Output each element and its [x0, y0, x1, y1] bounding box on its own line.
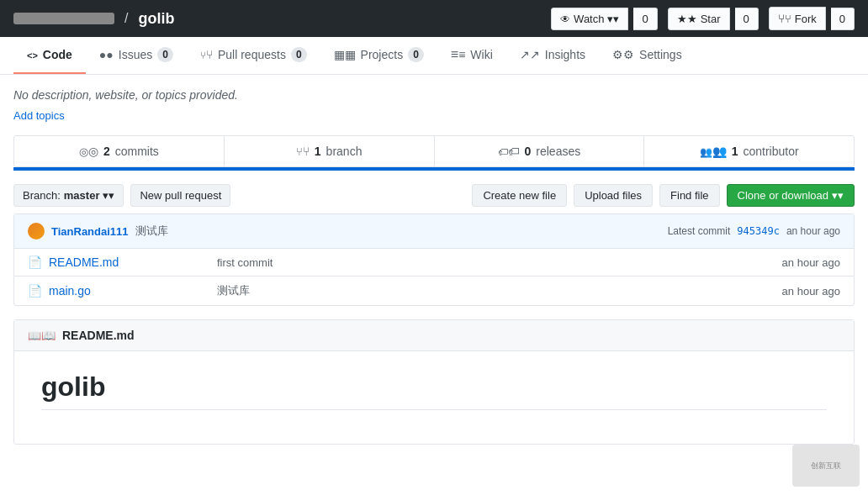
- tab-pr-label: Pull requests: [218, 48, 286, 61]
- tab-settings[interactable]: ⚙ Settings: [599, 37, 696, 74]
- file-time-maingo: an hour ago: [782, 285, 840, 298]
- progress-bar: [13, 167, 855, 171]
- commit-time: an hour ago: [786, 225, 840, 237]
- repo-owner-placeholder: [13, 13, 114, 24]
- add-topics-link[interactable]: Add topics: [13, 109, 65, 122]
- main-content: No description, website, or topics provi…: [0, 75, 868, 458]
- fork-label: Fork: [795, 13, 817, 25]
- toolbar-left: Branch: master ▾ New pull request: [13, 184, 230, 207]
- create-file-button[interactable]: Create new file: [472, 184, 567, 207]
- contributors-count: 1: [732, 145, 738, 158]
- tab-issues-label: Issues: [119, 48, 152, 61]
- maingo-link[interactable]: main.go: [49, 284, 91, 298]
- file-table: TianRandai111 测试库 Latest commit 945349c …: [13, 213, 855, 306]
- clone-chevron-icon: ▾: [832, 189, 844, 202]
- watermark: 创新互联: [792, 445, 860, 458]
- readme-content: golib: [14, 351, 854, 444]
- tab-settings-label: Settings: [639, 48, 682, 61]
- file-commit-maingo: 测试库: [217, 283, 782, 298]
- file-icon: 📄: [28, 255, 42, 269]
- file-commit-readme: first commit: [217, 256, 782, 269]
- tab-issues[interactable]: ● Issues 0: [86, 37, 187, 74]
- upload-files-button[interactable]: Upload files: [574, 184, 653, 207]
- commit-hash[interactable]: 945349c: [737, 225, 780, 237]
- contributors-stat[interactable]: 👥 1 contributor: [644, 136, 854, 166]
- file-icon: 📄: [28, 284, 42, 298]
- readme-section: 📖 README.md golib: [13, 319, 855, 445]
- commits-stat[interactable]: ◎ 2 commits: [14, 136, 225, 166]
- pr-count: 0: [291, 47, 307, 62]
- commits-count: 2: [103, 145, 110, 158]
- readme-link[interactable]: README.md: [49, 255, 119, 269]
- commit-message: 测试库: [135, 224, 168, 239]
- repo-title: / golib: [13, 10, 174, 28]
- star-button[interactable]: ★ Star: [668, 8, 730, 30]
- tab-projects-label: Projects: [361, 48, 404, 61]
- fork-button[interactable]: ⑂ Fork: [769, 7, 826, 30]
- wiki-icon: ≡: [451, 47, 466, 62]
- clone-download-button[interactable]: Clone or download ▾: [727, 184, 855, 207]
- projects-icon: ▦: [334, 48, 356, 61]
- file-name-maingo: main.go: [49, 284, 217, 298]
- latest-commit-label: Latest commit: [668, 225, 731, 237]
- contributors-label: contributor: [743, 145, 798, 158]
- releases-label: releases: [536, 145, 580, 158]
- branches-icon: ⑂: [296, 145, 310, 158]
- find-file-button[interactable]: Find file: [659, 184, 720, 207]
- branch-name: master: [64, 189, 100, 202]
- tab-code-label: Code: [43, 48, 72, 61]
- tab-wiki[interactable]: ≡ Wiki: [437, 37, 506, 74]
- fork-icon: ⑂: [778, 12, 791, 25]
- commit-header: TianRandai111 测试库 Latest commit 945349c …: [14, 214, 854, 249]
- toolbar-right: Create new file Upload files Find file C…: [472, 184, 855, 207]
- watch-button[interactable]: Watch ▾: [551, 8, 628, 30]
- repo-description: No description, website, or topics provi…: [13, 88, 855, 102]
- file-time-readme: an hour ago: [782, 256, 840, 269]
- tab-code[interactable]: Code: [13, 37, 86, 74]
- branch-selector[interactable]: Branch: master ▾: [13, 184, 124, 207]
- issues-count: 0: [157, 47, 173, 62]
- new-pullrequest-button[interactable]: New pull request: [130, 184, 230, 207]
- top-bar: / golib Watch ▾ 0 ★ Star 0 ⑂ Fork 0: [0, 0, 868, 37]
- releases-stat[interactable]: 🏷 0 releases: [435, 136, 645, 166]
- tab-projects[interactable]: ▦ Projects 0: [320, 37, 437, 74]
- repo-name[interactable]: golib: [138, 10, 174, 28]
- branches-count: 1: [315, 145, 321, 158]
- file-name-readme: README.md: [49, 255, 217, 269]
- releases-count: 0: [525, 145, 532, 158]
- file-toolbar: Branch: master ▾ New pull request Create…: [13, 184, 855, 207]
- watch-label: Watch: [574, 13, 604, 25]
- branches-label: branch: [326, 145, 363, 158]
- code-icon: [27, 48, 38, 61]
- tab-insights[interactable]: ↗ Insights: [506, 37, 599, 74]
- tab-insights-label: Insights: [545, 48, 585, 61]
- stats-bar: ◎ 2 commits ⑂ 1 branch 🏷 0 releases 👥 1 …: [13, 135, 855, 167]
- commits-label: commits: [115, 145, 159, 158]
- table-row: 📄 main.go 测试库 an hour ago: [14, 276, 854, 305]
- branch-prefix: Branch:: [23, 189, 61, 202]
- star-label: Star: [701, 13, 721, 25]
- tab-pullrequests[interactable]: ⑂ Pull requests 0: [187, 37, 320, 74]
- eye-icon: [560, 13, 570, 25]
- clone-label: Clone or download: [738, 189, 828, 202]
- branch-chevron-icon: ▾: [103, 189, 114, 202]
- watch-chevron-icon: ▾: [607, 13, 619, 25]
- repo-actions: Watch ▾ 0 ★ Star 0 ⑂ Fork 0: [551, 7, 855, 30]
- author-avatar: [28, 223, 45, 240]
- tab-bar: Code ● Issues 0 ⑂ Pull requests 0 ▦ Proj…: [0, 37, 868, 75]
- star-count: 0: [735, 8, 759, 30]
- tab-wiki-label: Wiki: [470, 48, 492, 61]
- projects-count: 0: [408, 47, 424, 62]
- branches-stat[interactable]: ⑂ 1 branch: [225, 136, 435, 166]
- fork-count: 0: [831, 8, 855, 30]
- insights-icon: ↗: [520, 48, 540, 61]
- releases-icon: 🏷: [498, 145, 520, 158]
- table-row: 📄 README.md first commit an hour ago: [14, 249, 854, 276]
- pr-icon: ⑂: [200, 48, 213, 61]
- readme-title: golib: [41, 371, 827, 410]
- author-name[interactable]: TianRandai111: [51, 225, 129, 238]
- commits-icon: ◎: [79, 145, 98, 158]
- commit-meta: Latest commit 945349c an hour ago: [668, 225, 840, 237]
- issue-icon: ●: [99, 48, 114, 61]
- readme-header: 📖 README.md: [14, 320, 854, 351]
